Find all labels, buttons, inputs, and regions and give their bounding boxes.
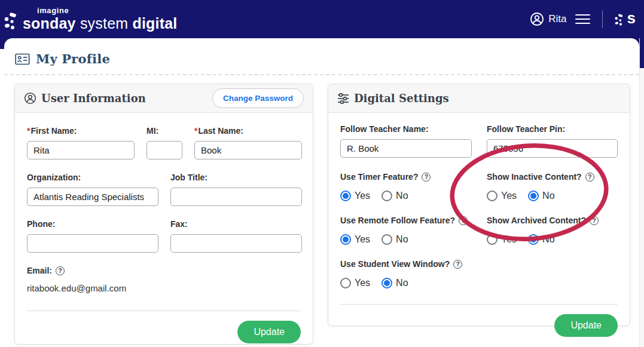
last-name-label: *Last Name:: [194, 126, 302, 136]
follow-teacher-name-label: Follow Teacher Name:: [340, 124, 487, 134]
timer-yes-radio[interactable]: Yes: [340, 191, 370, 201]
digital-settings-title: Digital Settings: [354, 92, 449, 105]
brand-wordmark: sonday system digital: [23, 16, 177, 31]
student-view-help-icon[interactable]: ?: [453, 260, 462, 269]
scrollbar-track[interactable]: [639, 38, 644, 347]
top-navigation-bar: imagine sonday system digital Rita: [0, 0, 644, 38]
user-information-header: User Information Change Password: [15, 84, 313, 113]
inactive-yes-radio[interactable]: Yes: [487, 191, 517, 201]
organization-label: Organization:: [27, 173, 158, 182]
id-card-icon: [15, 53, 30, 66]
email-help-icon[interactable]: ?: [56, 266, 65, 275]
show-archived-content-label: Show Archived Content??: [487, 216, 618, 225]
digital-settings-header: Digital Settings: [328, 84, 630, 113]
archived-help-icon[interactable]: ?: [590, 216, 599, 225]
sonday-mark-small-icon: [614, 9, 625, 29]
user-avatar-icon: [530, 12, 544, 26]
first-name-input[interactable]: [27, 141, 135, 159]
follow-teacher-name-input[interactable]: [340, 139, 472, 158]
user-name: Rita: [548, 13, 566, 25]
hamburger-menu-icon[interactable]: [574, 12, 591, 26]
show-inactive-content-group: Show Inactive Content?? Yes No: [487, 172, 618, 201]
student-view-no-radio[interactable]: No: [381, 278, 408, 288]
brand-imagine: imagine: [37, 7, 177, 14]
fax-input[interactable]: [170, 234, 302, 253]
digital-settings-card: Digital Settings Follow Teacher Name: Fo…: [328, 84, 630, 326]
sonday-mark-icon: [2, 6, 20, 32]
digital-settings-left-column: Use Timer Feature?? Yes No Use Remote Fo…: [340, 158, 487, 288]
student-view-yes-radio[interactable]: Yes: [340, 278, 370, 288]
job-title-label: Job Title:: [170, 173, 302, 182]
user-information-card: User Information Change Password *First …: [14, 84, 313, 345]
inactive-help-icon[interactable]: ?: [585, 173, 594, 182]
dashed-separator: [4, 74, 639, 75]
page-title: My Profile: [36, 51, 110, 66]
digital-settings-right-column: Show Inactive Content?? Yes No Show Arch…: [487, 158, 618, 288]
timer-help-icon[interactable]: ?: [422, 173, 431, 182]
use-remote-follow-group: Use Remote Follow Feature?? Yes No: [340, 216, 487, 245]
email-label: Email: ?: [27, 266, 301, 275]
user-information-title: User Information: [41, 92, 146, 105]
use-timer-feature-label: Use Timer Feature??: [340, 172, 487, 182]
mi-label: MI:: [146, 126, 182, 136]
phone-label: Phone:: [27, 219, 158, 229]
use-student-view-label: Use Student View Window??: [340, 259, 487, 269]
archived-yes-radio[interactable]: Yes: [487, 234, 517, 245]
digital-settings-update-button[interactable]: Update: [554, 314, 618, 337]
follow-teacher-pin-input[interactable]: [487, 139, 618, 158]
organization-input[interactable]: [27, 188, 158, 206]
person-icon: [24, 92, 36, 105]
fax-label: Fax:: [170, 219, 302, 229]
remote-help-icon[interactable]: ?: [459, 216, 468, 225]
email-value: ritabook.edu@gmail.com: [27, 283, 301, 293]
show-archived-content-group: Show Archived Content?? Yes No: [487, 216, 618, 245]
user-info-update-button[interactable]: Update: [237, 321, 301, 343]
first-name-label: *First Name:: [27, 126, 135, 136]
remote-yes-radio[interactable]: Yes: [340, 234, 370, 245]
use-remote-follow-label: Use Remote Follow Feature??: [340, 216, 487, 225]
archived-no-radio[interactable]: No: [528, 234, 554, 245]
timer-no-radio[interactable]: No: [381, 191, 408, 201]
change-password-button[interactable]: Change Password: [212, 88, 304, 108]
use-student-view-group: Use Student View Window?? Yes No: [340, 259, 487, 288]
phone-input[interactable]: [27, 234, 158, 253]
last-name-input[interactable]: [194, 141, 302, 159]
sliders-icon: [337, 93, 349, 105]
page-header: My Profile: [4, 38, 639, 66]
sonday-mini-logo: s: [614, 9, 636, 29]
use-timer-feature-group: Use Timer Feature?? Yes No: [340, 172, 487, 201]
brand-logo[interactable]: imagine sonday system digital: [2, 6, 177, 32]
header-divider: [602, 10, 603, 28]
mini-logo-letter: s: [627, 10, 636, 28]
show-inactive-content-label: Show Inactive Content??: [487, 172, 618, 182]
inactive-no-radio[interactable]: No: [528, 191, 554, 201]
scrollbar-thumb[interactable]: [640, 38, 644, 68]
page-panel: My Profile User Information Change Passw…: [4, 38, 639, 347]
follow-teacher-pin-label: Follow Teacher Pin:: [487, 124, 618, 134]
user-menu[interactable]: Rita: [530, 12, 566, 26]
job-title-input[interactable]: [170, 188, 302, 206]
mi-input[interactable]: [146, 141, 182, 159]
remote-no-radio[interactable]: No: [381, 234, 408, 245]
